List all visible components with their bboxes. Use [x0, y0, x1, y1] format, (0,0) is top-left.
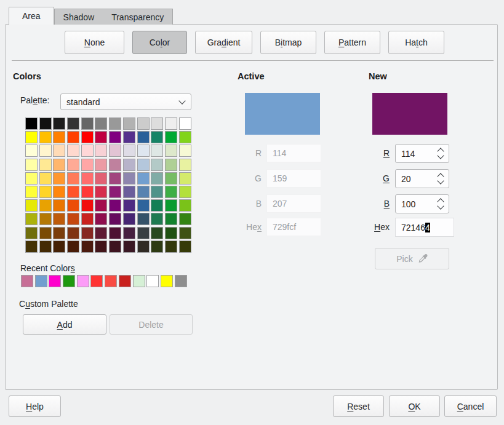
- palette-swatch[interactable]: [81, 240, 94, 253]
- palette-swatch[interactable]: [67, 145, 79, 157]
- palette-swatch[interactable]: [53, 117, 65, 130]
- palette-swatch[interactable]: [53, 240, 65, 253]
- palette-swatch[interactable]: [137, 131, 150, 143]
- palette-swatch[interactable]: [151, 172, 163, 185]
- help-button[interactable]: Help: [9, 395, 61, 417]
- reset-button[interactable]: Reset: [333, 395, 384, 417]
- palette-swatch[interactable]: [165, 117, 177, 130]
- palette-swatch[interactable]: [137, 240, 150, 253]
- palette-swatch[interactable]: [67, 159, 79, 171]
- palette-swatch[interactable]: [25, 117, 38, 130]
- palette-swatch[interactable]: [137, 117, 150, 130]
- palette-swatch[interactable]: [81, 145, 94, 157]
- recent-swatch[interactable]: [35, 275, 47, 287]
- palette-swatch[interactable]: [39, 213, 52, 225]
- bitmap-button[interactable]: Bitmap: [260, 31, 316, 54]
- palette-swatch[interactable]: [165, 159, 177, 171]
- palette-swatch[interactable]: [25, 131, 38, 143]
- palette-swatch[interactable]: [137, 172, 150, 185]
- palette-swatch[interactable]: [123, 199, 135, 212]
- palette-swatch[interactable]: [67, 213, 79, 225]
- palette-swatch[interactable]: [95, 172, 107, 185]
- palette-swatch[interactable]: [179, 186, 191, 198]
- recent-swatch[interactable]: [90, 275, 103, 287]
- palette-swatch[interactable]: [123, 186, 135, 198]
- palette-swatch[interactable]: [95, 117, 107, 130]
- none-button[interactable]: None: [65, 31, 124, 54]
- spinner-arrows-icon[interactable]: [438, 149, 443, 158]
- palette-swatch[interactable]: [53, 145, 65, 157]
- palette-swatch[interactable]: [109, 240, 121, 253]
- palette-swatch[interactable]: [81, 199, 94, 212]
- palette-swatch[interactable]: [39, 227, 52, 239]
- palette-swatch[interactable]: [67, 117, 79, 130]
- palette-swatch[interactable]: [179, 213, 191, 225]
- palette-swatch[interactable]: [165, 199, 177, 212]
- delete-button[interactable]: Delete: [110, 314, 193, 335]
- spinner-arrows-icon[interactable]: [438, 199, 443, 209]
- recent-swatch[interactable]: [77, 275, 89, 287]
- palette-swatch[interactable]: [179, 172, 191, 185]
- palette-swatch[interactable]: [151, 145, 163, 157]
- palette-swatch[interactable]: [109, 117, 121, 130]
- palette-swatch[interactable]: [123, 240, 135, 253]
- palette-swatch[interactable]: [123, 117, 135, 130]
- palette-swatch[interactable]: [109, 145, 121, 157]
- palette-swatch[interactable]: [39, 159, 52, 171]
- palette-swatch[interactable]: [137, 213, 150, 225]
- palette-swatch[interactable]: [109, 186, 121, 198]
- palette-swatch[interactable]: [81, 159, 94, 171]
- pick-button[interactable]: Pick: [375, 248, 449, 269]
- palette-swatch[interactable]: [109, 159, 121, 171]
- palette-swatch[interactable]: [165, 186, 177, 198]
- tab-area[interactable]: Area: [9, 7, 54, 25]
- palette-swatch[interactable]: [109, 213, 121, 225]
- cancel-button[interactable]: Cancel: [444, 395, 497, 417]
- palette-swatch[interactable]: [39, 199, 52, 212]
- palette-swatch[interactable]: [109, 172, 121, 185]
- palette-swatch[interactable]: [95, 145, 107, 157]
- hatch-button[interactable]: Hatch: [388, 31, 444, 54]
- palette-swatch[interactable]: [81, 186, 94, 198]
- palette-swatch[interactable]: [179, 240, 191, 253]
- palette-swatch[interactable]: [53, 159, 65, 171]
- tab-transparency[interactable]: Transparency: [103, 9, 172, 25]
- palette-swatch[interactable]: [39, 240, 52, 253]
- palette-swatch[interactable]: [53, 213, 65, 225]
- palette-swatch[interactable]: [25, 199, 38, 212]
- palette-swatch[interactable]: [179, 131, 191, 143]
- recent-swatch[interactable]: [49, 275, 61, 287]
- palette-swatch[interactable]: [123, 227, 135, 239]
- recent-swatch[interactable]: [21, 275, 33, 287]
- recent-swatch[interactable]: [105, 275, 117, 287]
- palette-swatch[interactable]: [179, 227, 191, 239]
- pattern-button[interactable]: Pattern: [324, 31, 380, 54]
- palette-swatch[interactable]: [53, 131, 65, 143]
- palette-swatch[interactable]: [151, 117, 163, 130]
- palette-swatch[interactable]: [95, 186, 107, 198]
- palette-swatch[interactable]: [39, 117, 52, 130]
- palette-swatch[interactable]: [25, 145, 38, 157]
- palette-swatch[interactable]: [151, 186, 163, 198]
- palette-swatch[interactable]: [137, 145, 150, 157]
- palette-swatch[interactable]: [81, 131, 94, 143]
- palette-swatch[interactable]: [25, 240, 38, 253]
- new-b-spinner[interactable]: 100: [395, 194, 449, 213]
- palette-swatch[interactable]: [123, 131, 135, 143]
- palette-swatch[interactable]: [25, 172, 38, 185]
- palette-swatch[interactable]: [95, 213, 107, 225]
- palette-swatch[interactable]: [137, 199, 150, 212]
- recent-swatch[interactable]: [161, 275, 173, 287]
- palette-swatch[interactable]: [53, 172, 65, 185]
- palette-swatch[interactable]: [95, 199, 107, 212]
- palette-swatch[interactable]: [179, 145, 191, 157]
- new-r-spinner[interactable]: 114: [395, 144, 449, 163]
- palette-swatch[interactable]: [67, 199, 79, 212]
- palette-swatch[interactable]: [179, 199, 191, 212]
- palette-swatch[interactable]: [123, 159, 135, 171]
- palette-swatch[interactable]: [39, 145, 52, 157]
- palette-swatch[interactable]: [123, 145, 135, 157]
- palette-swatch[interactable]: [165, 145, 177, 157]
- recent-swatch[interactable]: [175, 275, 187, 287]
- palette-swatch[interactable]: [151, 227, 163, 239]
